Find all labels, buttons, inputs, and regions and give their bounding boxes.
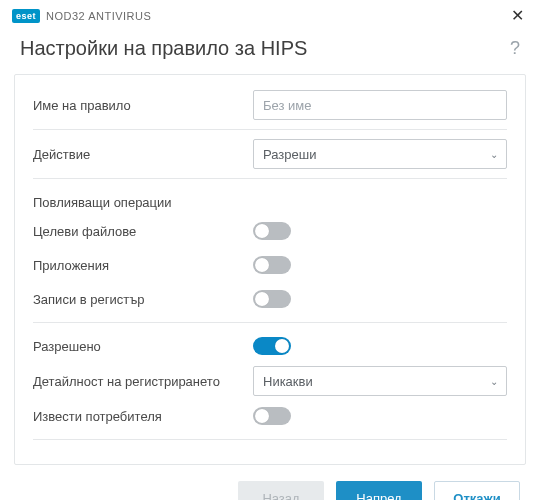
enabled-label: Разрешено	[33, 339, 253, 354]
divider	[33, 129, 507, 130]
applications-label: Приложения	[33, 258, 253, 273]
row-notify: Извести потребителя	[33, 399, 507, 433]
action-select-value: Разреши	[263, 147, 316, 162]
row-enabled: Разрешено	[33, 329, 507, 363]
page-title: Настройки на правило за HIPS	[20, 37, 307, 60]
registry-toggle[interactable]	[253, 290, 291, 308]
next-button[interactable]: Напред	[336, 481, 422, 500]
operations-section-label: Повлияващи операции	[33, 185, 507, 214]
target-files-label: Целеви файлове	[33, 224, 253, 239]
enabled-toggle[interactable]	[253, 337, 291, 355]
row-registry: Записи в регистър	[33, 282, 507, 316]
divider	[33, 178, 507, 179]
divider	[33, 439, 507, 440]
cancel-button[interactable]: Откажи	[434, 481, 520, 500]
heading-row: Настройки на правило за HIPS ?	[0, 29, 540, 74]
help-icon[interactable]: ?	[510, 38, 520, 59]
back-button: Назад	[238, 481, 324, 500]
rule-name-input[interactable]	[253, 90, 507, 120]
log-detail-select-value: Никакви	[263, 374, 313, 389]
log-detail-select[interactable]: Никакви ⌄	[253, 366, 507, 396]
row-target-files: Целеви файлове	[33, 214, 507, 248]
chevron-down-icon: ⌄	[490, 376, 498, 387]
applications-toggle[interactable]	[253, 256, 291, 274]
row-log-detail: Детайлност на регистрирането Никакви ⌄	[33, 363, 507, 399]
brand-badge: eset	[12, 9, 40, 23]
log-detail-label: Детайлност на регистрирането	[33, 374, 253, 389]
target-files-toggle[interactable]	[253, 222, 291, 240]
divider	[33, 322, 507, 323]
row-applications: Приложения	[33, 248, 507, 282]
row-rule-name: Име на правило	[33, 87, 507, 123]
brand-text: NOD32 ANTIVIRUS	[46, 10, 151, 22]
notify-label: Извести потребителя	[33, 409, 253, 424]
rule-name-label: Име на правило	[33, 98, 253, 113]
settings-panel: Име на правило Действие Разреши ⌄ Повлия…	[14, 74, 526, 465]
notify-toggle[interactable]	[253, 407, 291, 425]
close-icon[interactable]: ✕	[507, 6, 528, 25]
chevron-down-icon: ⌄	[490, 149, 498, 160]
action-select[interactable]: Разреши ⌄	[253, 139, 507, 169]
footer: Назад Напред Откажи	[0, 465, 540, 500]
row-action: Действие Разреши ⌄	[33, 136, 507, 172]
action-label: Действие	[33, 147, 253, 162]
titlebar: eset NOD32 ANTIVIRUS ✕	[0, 0, 540, 29]
registry-label: Записи в регистър	[33, 292, 253, 307]
